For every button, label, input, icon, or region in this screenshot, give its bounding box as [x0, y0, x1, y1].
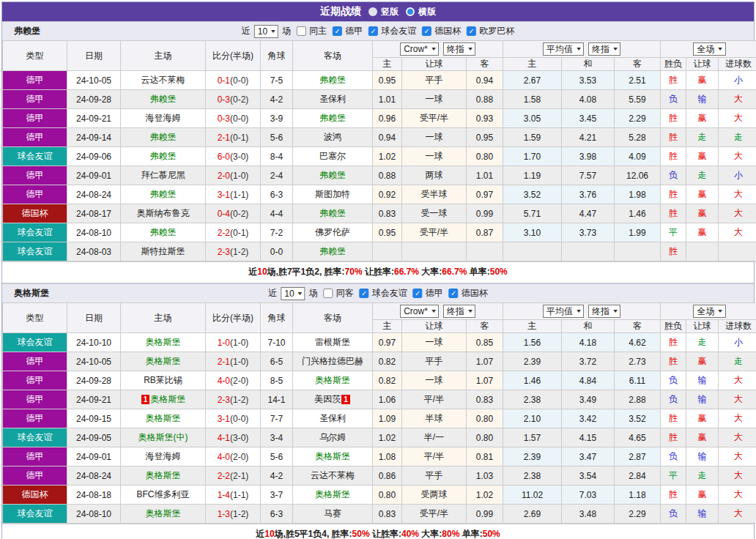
filter-bar: 近10▾场同客✓球会友谊✓德甲✓德国杯: [267, 287, 489, 300]
average-odds-cell-2: 4.21: [562, 128, 615, 147]
league-checkbox-1[interactable]: ✓: [333, 26, 342, 36]
match-type-cell: 球会友谊: [3, 505, 67, 524]
away-team-cell: 奥格斯堡: [293, 486, 373, 505]
results-table: 类型日期主场比分(半场)角球客场Crow*▾终指▾平均值▾终指▾全场▾主让球客主…: [2, 302, 756, 524]
col-header-2: 日期: [67, 41, 121, 71]
league-label-4: 欧罗巴杯: [479, 25, 514, 37]
away-team-name: 弗赖堡: [319, 246, 346, 256]
score-cell: 2-3(1-2): [206, 242, 261, 261]
average-odds-cell-3: 1.46: [615, 204, 661, 223]
fulltime-score: 3-1: [218, 414, 230, 424]
final-odds-select[interactable]: 终指▾: [443, 42, 475, 56]
score-cell: 4-1(3-0): [206, 428, 261, 447]
date-cell: 24-09-21: [67, 109, 121, 128]
match-count-select[interactable]: 10▾: [254, 25, 278, 38]
result-cell-3: 小: [719, 333, 756, 352]
fulltime-score: 2-3: [218, 395, 230, 405]
fulltime-score: 3-1: [218, 190, 230, 200]
odds-cell-1: 1.06: [373, 390, 402, 409]
final-odds-select-2[interactable]: 终指▾: [588, 42, 620, 56]
average-odds-cell-2: 3.48: [562, 505, 615, 524]
away-team-cell: 波鸿: [293, 128, 373, 147]
away-team-cell: 奥格斯堡: [293, 371, 373, 390]
corner-cell: 5-6: [261, 128, 293, 147]
result-cell-3: 大: [719, 204, 756, 223]
fulltime-score: 1-0: [218, 338, 230, 348]
col-header-5: 角球: [261, 41, 293, 71]
radio-selected-icon[interactable]: [406, 7, 415, 16]
league-checkbox-1[interactable]: ✓: [360, 289, 369, 298]
odds-cell-2: 受半球: [402, 185, 467, 204]
final-odds-select[interactable]: 终指▾: [443, 305, 475, 318]
sections-root: 弗赖堡近10▾场同主✓德甲✓球会友谊✓德国杯✓欧罗巴杯类型日期主场比分(半场)角…: [2, 21, 754, 539]
corner-cell: 4-4: [261, 204, 293, 223]
away-team-name: 弗赖堡: [319, 208, 346, 218]
home-team-cell: 海登海姆: [121, 447, 206, 466]
home-team-name: 弗赖堡: [150, 227, 177, 237]
same-venue-checkbox[interactable]: [324, 289, 333, 298]
crow-odds-select-value: Crow*: [404, 44, 428, 54]
league-checkbox-4[interactable]: ✓: [467, 26, 476, 36]
average-odds-cell-2: 3.47: [562, 447, 615, 466]
result-cell-3: 大: [719, 409, 756, 428]
result-cell-1: 负: [661, 166, 686, 185]
away-team-name: 斯图加特: [315, 189, 350, 199]
result-cell-2: 赢: [686, 204, 719, 223]
average-odds-cell-2: 4.84: [562, 371, 615, 390]
result-cell-2: 输: [686, 505, 719, 524]
crow-odds-select[interactable]: Crow*▾: [400, 305, 439, 318]
fulltime-score: 2-0: [218, 171, 230, 181]
match-count-select[interactable]: 10▾: [281, 287, 305, 300]
sub-col-header-8: 让球: [686, 320, 719, 333]
odds-cell-2: 受一球: [402, 204, 467, 223]
average-odds-cell-3: 5.28: [615, 128, 661, 147]
table-row: 德国杯24-08-17奥斯纳布鲁克0-4(0-2)4-4弗赖堡0.83受一球0.…: [3, 204, 756, 223]
odds-cell-3: 0.95: [467, 128, 503, 147]
league-checkbox-2[interactable]: ✓: [413, 289, 423, 298]
average-odds-cell-2: 4.08: [562, 90, 615, 109]
odds-cell-2: 一球: [402, 147, 467, 166]
radio-unselected-icon[interactable]: [368, 7, 377, 16]
league-checkbox-2[interactable]: ✓: [368, 26, 378, 36]
home-team-name: BFC维多利亚: [137, 489, 190, 499]
average-odds-select[interactable]: 平均值▾: [543, 42, 584, 56]
sub-col-header-4: 主: [503, 320, 562, 333]
date-cell: 24-08-10: [67, 505, 121, 524]
odds-cell-1: 0.83: [373, 204, 402, 223]
stats-segment: 10: [264, 529, 274, 539]
average-odds-cell-1: 1.70: [503, 147, 562, 166]
result-cell-2: 赢: [686, 109, 719, 128]
home-team-cell: 1奥格斯堡: [121, 390, 206, 409]
stats-segment: 大率:: [419, 267, 442, 277]
league-checkbox-3[interactable]: ✓: [422, 26, 431, 36]
corner-cell: 0-0: [261, 242, 293, 261]
corner-cell: 3-7: [261, 486, 293, 505]
corner-cell: 2-4: [261, 166, 293, 185]
odds-cell-1: 0.96: [373, 109, 402, 128]
layout-radio-vertical[interactable]: 竖版: [368, 6, 399, 18]
col-header-4: 比分(半场): [206, 303, 261, 333]
full-match-select[interactable]: 全场▾: [693, 305, 725, 318]
stats-segment: 66.7%: [394, 267, 419, 277]
odds-cell-3: 0.94: [467, 71, 503, 90]
average-odds-cell-3: 6.11: [615, 371, 661, 390]
layout-radio-horizontal[interactable]: 横版: [406, 6, 436, 18]
full-match-select[interactable]: 全场▾: [693, 42, 725, 56]
final-odds-select-2[interactable]: 终指▾: [588, 305, 620, 318]
team-name: 奥格斯堡: [2, 287, 49, 300]
match-type-cell: 德甲: [3, 352, 67, 371]
average-odds-cell-3: 4.65: [615, 428, 661, 447]
away-team-cell: 斯图加特: [293, 185, 373, 204]
average-odds-cell-3: 5.59: [615, 90, 661, 109]
average-odds-select[interactable]: 平均值▾: [543, 305, 584, 318]
league-checkbox-3[interactable]: ✓: [449, 289, 459, 298]
stats-segment: 让胜率:: [370, 529, 401, 539]
home-team-name: 云达不莱梅: [141, 75, 185, 85]
odds-cell-1: 0.95: [373, 71, 402, 90]
same-venue-checkbox[interactable]: [297, 26, 306, 36]
result-cell-3: 大: [719, 505, 756, 524]
result-cell-2: 赢: [686, 185, 719, 204]
crow-odds-select[interactable]: Crow*▾: [400, 42, 439, 56]
stats-segment: 10: [257, 267, 267, 277]
result-cell-3: 走: [719, 128, 756, 147]
